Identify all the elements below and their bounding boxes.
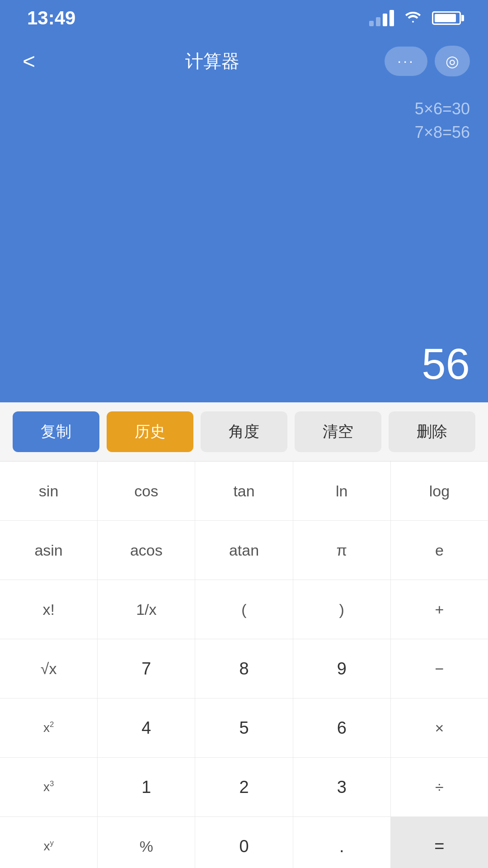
battery-icon: [432, 11, 461, 25]
key-3[interactable]: 3: [293, 758, 391, 816]
key-2[interactable]: 2: [195, 758, 293, 816]
key-power[interactable]: xy: [0, 817, 98, 868]
key-cube[interactable]: x3: [0, 758, 98, 816]
key-0[interactable]: 0: [195, 817, 293, 868]
key-factorial[interactable]: x!: [0, 580, 98, 639]
signal-icon: [369, 10, 394, 26]
key-5[interactable]: 5: [195, 698, 293, 757]
keypad-row-2: asin acos atan π e: [0, 521, 488, 580]
keypad-row-4: √x 7 8 9 −: [0, 639, 488, 698]
key-divide[interactable]: ÷: [391, 758, 488, 816]
key-1[interactable]: 1: [98, 758, 195, 816]
key-acos[interactable]: acos: [98, 521, 195, 580]
keypad-row-7: xy % 0 . =: [0, 817, 488, 868]
key-equals[interactable]: =: [391, 817, 488, 868]
keypad-row-3: x! 1/x ( ) +: [0, 580, 488, 639]
wifi-icon: [403, 8, 423, 28]
key-atan[interactable]: atan: [195, 521, 293, 580]
key-sqrt[interactable]: √x: [0, 639, 98, 698]
clear-button[interactable]: 清空: [295, 411, 381, 452]
key-square[interactable]: x2: [0, 698, 98, 757]
key-cos[interactable]: cos: [98, 462, 195, 520]
key-7[interactable]: 7: [98, 639, 195, 698]
history-expressions: 5×6=30 7×8=56: [415, 99, 470, 146]
page-title: 计算器: [185, 49, 239, 74]
display-area: 5×6=30 7×8=56 56: [0, 86, 488, 402]
history-button[interactable]: 历史: [107, 411, 193, 452]
key-tan[interactable]: tan: [195, 462, 293, 520]
key-6[interactable]: 6: [293, 698, 391, 757]
eye-button[interactable]: ◎: [435, 46, 470, 76]
key-percent[interactable]: %: [98, 817, 195, 868]
status-icons: [369, 8, 461, 28]
key-log[interactable]: log: [391, 462, 488, 520]
keypad-row-5: x2 4 5 6 ×: [0, 698, 488, 758]
key-8[interactable]: 8: [195, 639, 293, 698]
key-minus[interactable]: −: [391, 639, 488, 698]
current-result: 56: [18, 339, 470, 389]
key-sin[interactable]: sin: [0, 462, 98, 520]
nav-bar: < 计算器 ··· ◎: [0, 36, 488, 86]
key-multiply[interactable]: ×: [391, 698, 488, 757]
copy-button[interactable]: 复制: [13, 411, 99, 452]
status-bar: 13:49: [0, 0, 488, 36]
key-asin[interactable]: asin: [0, 521, 98, 580]
nav-actions: ··· ◎: [385, 46, 470, 76]
keypad-row-6: x3 1 2 3 ÷: [0, 758, 488, 817]
more-button[interactable]: ···: [385, 47, 427, 76]
history-line-1: 5×6=30: [415, 99, 470, 118]
key-close-paren[interactable]: ): [293, 580, 391, 639]
angle-button[interactable]: 角度: [201, 411, 287, 452]
key-pi[interactable]: π: [293, 521, 391, 580]
keypad-row-1: sin cos tan ln log: [0, 462, 488, 521]
status-time: 13:49: [27, 7, 75, 29]
key-reciprocal[interactable]: 1/x: [98, 580, 195, 639]
key-9[interactable]: 9: [293, 639, 391, 698]
history-line-2: 7×8=56: [415, 123, 470, 142]
key-ln[interactable]: ln: [293, 462, 391, 520]
action-row: 复制 历史 角度 清空 删除: [0, 402, 488, 462]
keypad: sin cos tan ln log asin acos atan π e x!…: [0, 462, 488, 868]
key-plus[interactable]: +: [391, 580, 488, 639]
key-4[interactable]: 4: [98, 698, 195, 757]
key-dot[interactable]: .: [293, 817, 391, 868]
back-button[interactable]: <: [18, 44, 40, 78]
key-e[interactable]: e: [391, 521, 488, 580]
delete-button[interactable]: 删除: [389, 411, 475, 452]
key-open-paren[interactable]: (: [195, 580, 293, 639]
